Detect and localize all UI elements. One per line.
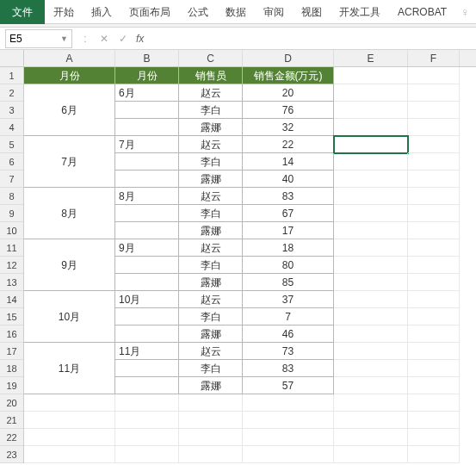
- cell-month-merged[interactable]: [24, 239, 115, 257]
- row-header[interactable]: 2: [0, 84, 23, 102]
- col-header-F[interactable]: F: [408, 50, 460, 66]
- cell-month[interactable]: [115, 326, 179, 343]
- table-header-cell[interactable]: 销售金额(万元): [243, 67, 334, 84]
- cell[interactable]: [243, 394, 334, 412]
- tab-developer[interactable]: 开发工具: [331, 0, 389, 24]
- cell-month-merged[interactable]: 9月: [24, 257, 115, 274]
- cell[interactable]: [334, 153, 408, 170]
- cell[interactable]: [24, 446, 115, 463]
- cell[interactable]: [408, 84, 460, 102]
- cell-salesperson[interactable]: 李白: [179, 257, 243, 274]
- cell[interactable]: [334, 119, 408, 136]
- cell-month[interactable]: 6月: [115, 84, 179, 102]
- cell[interactable]: [408, 308, 460, 326]
- cell[interactable]: [24, 394, 115, 412]
- cell[interactable]: [115, 394, 179, 412]
- cell[interactable]: [408, 205, 460, 222]
- cell[interactable]: [334, 67, 408, 84]
- cell-month-merged[interactable]: [24, 170, 115, 188]
- cell-salesperson[interactable]: 李白: [179, 308, 243, 326]
- cells-area[interactable]: 月份月份销售员销售金额(万元)6月赵云206月李白76露娜327月赵云227月李…: [24, 67, 460, 463]
- row-header[interactable]: 20: [0, 394, 23, 412]
- chevron-down-icon[interactable]: ▼: [60, 34, 68, 43]
- cell-month-merged[interactable]: 6月: [24, 102, 115, 119]
- cell-month[interactable]: [115, 102, 179, 119]
- cell[interactable]: [334, 188, 408, 205]
- cell-month[interactable]: [115, 274, 179, 291]
- cell[interactable]: [179, 446, 243, 463]
- cell[interactable]: [408, 67, 460, 84]
- cell[interactable]: [334, 102, 408, 119]
- cell-amount[interactable]: 83: [243, 188, 334, 205]
- cell-amount[interactable]: 32: [243, 119, 334, 136]
- cell-month[interactable]: 9月: [115, 239, 179, 257]
- cell[interactable]: [334, 274, 408, 291]
- row-header[interactable]: 19: [0, 377, 23, 394]
- cell[interactable]: [334, 343, 408, 360]
- cell[interactable]: [334, 308, 408, 326]
- row-header[interactable]: 9: [0, 205, 23, 222]
- cell[interactable]: [408, 102, 460, 119]
- cell[interactable]: [334, 394, 408, 412]
- cell-month[interactable]: [115, 377, 179, 394]
- name-box[interactable]: E5 ▼: [5, 29, 72, 48]
- cell[interactable]: [408, 257, 460, 274]
- row-header[interactable]: 4: [0, 119, 23, 136]
- table-header-cell[interactable]: 月份: [24, 67, 115, 84]
- cell-month[interactable]: [115, 360, 179, 377]
- row-header[interactable]: 23: [0, 446, 23, 463]
- table-header-cell[interactable]: 月份: [115, 67, 179, 84]
- cell[interactable]: [334, 291, 408, 308]
- table-header-cell[interactable]: 销售员: [179, 67, 243, 84]
- row-header[interactable]: 1: [0, 67, 23, 84]
- row-header[interactable]: 6: [0, 153, 23, 170]
- cell[interactable]: [243, 446, 334, 463]
- enter-icon[interactable]: ✓: [114, 33, 133, 45]
- cell-amount[interactable]: 76: [243, 102, 334, 119]
- col-header-B[interactable]: B: [115, 50, 179, 66]
- cell-month[interactable]: [115, 308, 179, 326]
- row-header[interactable]: 8: [0, 188, 23, 205]
- cell-salesperson[interactable]: 赵云: [179, 136, 243, 153]
- cell-month[interactable]: 10月: [115, 291, 179, 308]
- tab-acrobat[interactable]: ACROBAT: [389, 0, 455, 24]
- cell-month-merged[interactable]: [24, 222, 115, 239]
- cell-salesperson[interactable]: 李白: [179, 102, 243, 119]
- cell-month-merged[interactable]: [24, 274, 115, 291]
- cell[interactable]: [179, 412, 243, 429]
- cell[interactable]: [408, 377, 460, 394]
- cell[interactable]: [408, 188, 460, 205]
- cell-amount[interactable]: 67: [243, 205, 334, 222]
- col-header-E[interactable]: E: [334, 50, 408, 66]
- cell[interactable]: [408, 326, 460, 343]
- cell[interactable]: [334, 429, 408, 446]
- cell-amount[interactable]: 18: [243, 239, 334, 257]
- cell-amount[interactable]: 83: [243, 360, 334, 377]
- cell-month-merged[interactable]: [24, 188, 115, 205]
- cell[interactable]: [408, 170, 460, 188]
- cell-amount[interactable]: 40: [243, 170, 334, 188]
- cell-salesperson[interactable]: 赵云: [179, 188, 243, 205]
- cell[interactable]: [408, 239, 460, 257]
- cell[interactable]: [408, 429, 460, 446]
- cell-month[interactable]: 7月: [115, 136, 179, 153]
- cell[interactable]: [334, 326, 408, 343]
- cell[interactable]: [334, 377, 408, 394]
- cell-salesperson[interactable]: 露娜: [179, 170, 243, 188]
- row-header[interactable]: 13: [0, 274, 23, 291]
- cell-salesperson[interactable]: 赵云: [179, 84, 243, 102]
- cell-month[interactable]: [115, 153, 179, 170]
- row-header[interactable]: 12: [0, 257, 23, 274]
- cell-month[interactable]: [115, 257, 179, 274]
- cell[interactable]: [334, 446, 408, 463]
- fx-label[interactable]: fx: [133, 33, 147, 45]
- cell[interactable]: [334, 412, 408, 429]
- tab-page-layout[interactable]: 页面布局: [121, 0, 179, 24]
- tab-formulas[interactable]: 公式: [179, 0, 217, 24]
- cell[interactable]: [408, 136, 460, 153]
- cell-month[interactable]: 11月: [115, 343, 179, 360]
- cell-salesperson[interactable]: 赵云: [179, 239, 243, 257]
- cell[interactable]: [24, 412, 115, 429]
- cell[interactable]: [243, 412, 334, 429]
- cell-amount[interactable]: 57: [243, 377, 334, 394]
